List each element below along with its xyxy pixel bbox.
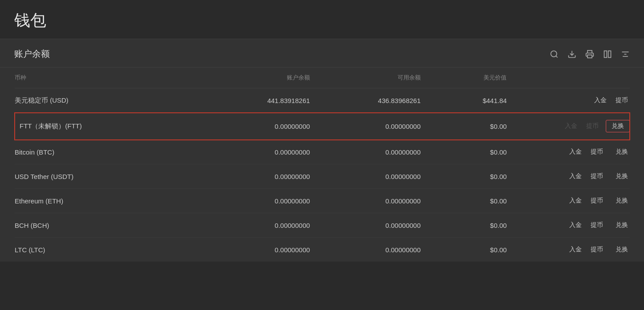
actions-container: 入金提币兑换 xyxy=(507,120,630,132)
table-wrapper: 币种 账户余额 可用余额 美元价值 美元稳定币 (USD)441.8391826… xyxy=(0,68,644,262)
print-icon[interactable] xyxy=(585,50,594,59)
cell-usd-value: $0.00 xyxy=(421,238,507,262)
cell-balance: 0.00000000 xyxy=(199,189,310,213)
deposit-button[interactable]: 入金 xyxy=(568,147,584,157)
cell-currency: 美元稳定币 (USD) xyxy=(15,88,199,113)
actions-container: 入金提币兑换 xyxy=(507,147,630,157)
cell-actions: 入金提币兑换 xyxy=(507,113,630,140)
filter-icon[interactable] xyxy=(621,50,630,59)
col-actions-header xyxy=(507,68,630,88)
svg-rect-4 xyxy=(604,51,607,57)
columns-icon[interactable] xyxy=(603,50,612,59)
cell-usd-value: $0.00 xyxy=(421,189,507,213)
exchange-button[interactable]: 兑换 xyxy=(614,220,630,230)
svg-point-0 xyxy=(551,51,557,56)
page-header: 钱包 xyxy=(0,0,644,39)
search-icon[interactable] xyxy=(550,50,559,59)
cell-actions: 入金提币兑换 xyxy=(507,213,630,238)
withdraw-button[interactable]: 提币 xyxy=(614,95,630,105)
col-available-header: 可用余额 xyxy=(310,68,421,88)
cell-usd-value: $0.00 xyxy=(421,113,507,140)
cell-balance: 0.00000000 xyxy=(199,113,310,140)
cell-available: 0.00000000 xyxy=(310,164,421,189)
cell-balance: 0.00000000 xyxy=(199,140,310,164)
deposit-button[interactable]: 入金 xyxy=(568,245,584,254)
cell-available: 0.00000000 xyxy=(310,189,421,213)
exchange-button[interactable]: 兑换 xyxy=(606,120,630,132)
svg-rect-3 xyxy=(588,55,592,58)
cell-available: 0.00000000 xyxy=(310,238,421,262)
deposit-button[interactable]: 入金 xyxy=(568,196,584,206)
cell-balance: 0.00000000 xyxy=(199,238,310,262)
table-row: Ethereum (ETH)0.000000000.00000000$0.00入… xyxy=(15,189,630,213)
withdraw-button[interactable]: 提币 xyxy=(589,171,605,181)
cell-currency: BCH (BCH) xyxy=(15,213,199,238)
withdraw-button[interactable]: 提币 xyxy=(589,147,605,157)
cell-available: 436.83968261 xyxy=(310,88,421,113)
actions-container: 入金提币兑换 xyxy=(507,171,630,181)
toolbar-icons xyxy=(550,50,630,59)
cell-usd-value: $0.00 xyxy=(421,140,507,164)
col-currency-header: 币种 xyxy=(15,68,199,88)
cell-available: 0.00000000 xyxy=(310,213,421,238)
cell-currency: Ethereum (ETH) xyxy=(15,189,199,213)
actions-container: 入金提币 xyxy=(507,95,630,105)
col-balance-header: 账户余额 xyxy=(199,68,310,88)
table-row: 美元稳定币 (USD)441.83918261436.83968261$441.… xyxy=(15,88,630,113)
deposit-button[interactable]: 入金 xyxy=(568,220,584,230)
table-row: Bitcoin (BTC)0.000000000.00000000$0.00入金… xyxy=(15,140,630,164)
svg-rect-5 xyxy=(608,51,611,57)
actions-container: 入金提币兑换 xyxy=(507,196,630,206)
withdraw-button: 提币 xyxy=(584,121,600,131)
cell-usd-value: $0.00 xyxy=(421,164,507,189)
svg-line-1 xyxy=(556,56,558,57)
cell-currency: FTT（未解锁）(FTT) xyxy=(15,113,199,140)
table-row: BCH (BCH)0.000000000.00000000$0.00入金提币兑换 xyxy=(15,213,630,238)
cell-balance: 441.83918261 xyxy=(199,88,310,113)
page-title: 钱包 xyxy=(14,10,630,32)
cell-actions: 入金提币兑换 xyxy=(507,189,630,213)
cell-actions: 入金提币 xyxy=(507,88,630,113)
cell-balance: 0.00000000 xyxy=(199,213,310,238)
exchange-button[interactable]: 兑换 xyxy=(614,171,630,181)
table-header-row: 币种 账户余额 可用余额 美元价值 xyxy=(15,68,630,88)
cell-balance: 0.00000000 xyxy=(199,164,310,189)
download-icon[interactable] xyxy=(568,50,576,59)
exchange-button[interactable]: 兑换 xyxy=(614,147,630,157)
table-row: LTC (LTC)0.000000000.00000000$0.00入金提币兑换 xyxy=(15,238,630,262)
cell-usd-value: $0.00 xyxy=(421,213,507,238)
balance-table: 币种 账户余额 可用余额 美元价值 美元稳定币 (USD)441.8391826… xyxy=(14,68,630,262)
cell-actions: 入金提币兑换 xyxy=(507,140,630,164)
cell-currency: USD Tether (USDT) xyxy=(15,164,199,189)
table-row: FTT（未解锁）(FTT)0.000000000.00000000$0.00入金… xyxy=(15,113,630,140)
section-title: 账户余额 xyxy=(14,48,50,60)
cell-actions: 入金提币兑换 xyxy=(507,238,630,262)
section-header: 账户余额 xyxy=(0,39,644,68)
deposit-button: 入金 xyxy=(563,121,579,131)
cell-currency: LTC (LTC) xyxy=(15,238,199,262)
deposit-button[interactable]: 入金 xyxy=(568,171,584,181)
actions-container: 入金提币兑换 xyxy=(507,220,630,230)
cell-available: 0.00000000 xyxy=(310,113,421,140)
withdraw-button[interactable]: 提币 xyxy=(589,245,605,254)
exchange-button[interactable]: 兑换 xyxy=(614,196,630,206)
cell-available: 0.00000000 xyxy=(310,140,421,164)
col-usd-header: 美元价值 xyxy=(421,68,507,88)
cell-actions: 入金提币兑换 xyxy=(507,164,630,189)
deposit-button[interactable]: 入金 xyxy=(592,95,608,105)
withdraw-button[interactable]: 提币 xyxy=(589,196,605,206)
main-content: 账户余额 xyxy=(0,39,644,262)
table-row: USD Tether (USDT)0.000000000.00000000$0.… xyxy=(15,164,630,189)
exchange-button[interactable]: 兑换 xyxy=(614,245,630,254)
cell-currency: Bitcoin (BTC) xyxy=(15,140,199,164)
cell-usd-value: $441.84 xyxy=(421,88,507,113)
actions-container: 入金提币兑换 xyxy=(507,245,630,254)
withdraw-button[interactable]: 提币 xyxy=(589,220,605,230)
